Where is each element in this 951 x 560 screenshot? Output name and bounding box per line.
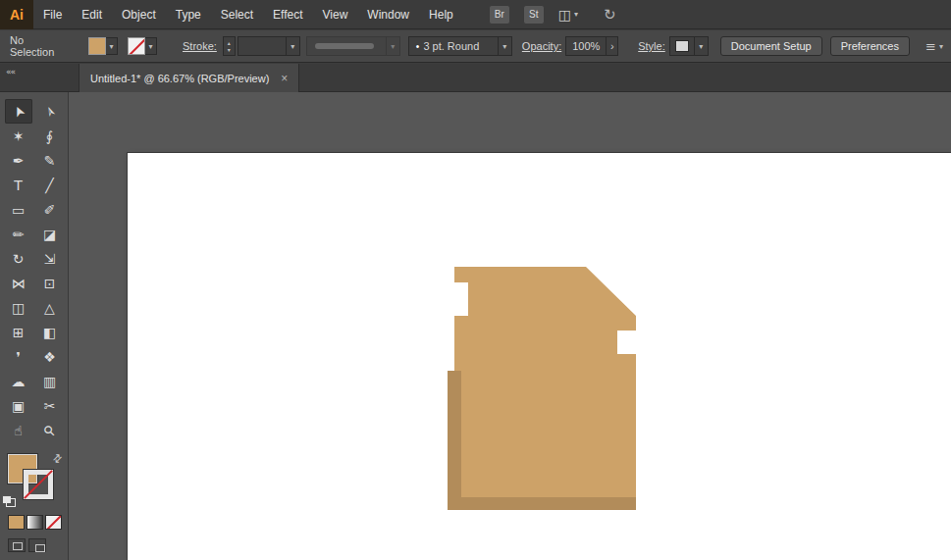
opacity-combo[interactable]: 100% › [565,36,618,56]
control-bar-menu[interactable]: ≡ ▾ [925,39,943,54]
width-profile-dropdown: ▾ [386,37,399,55]
stepper-up-icon[interactable]: ▴ [228,39,231,46]
gradient-button[interactable] [26,515,43,530]
eraser-tool[interactable]: ◪ [36,222,64,246]
scale-tool[interactable]: ⇲ [36,246,64,271]
menu-select[interactable]: Select [211,0,263,28]
stroke-label[interactable]: Stroke: [183,40,217,52]
document-setup-button[interactable]: Document Setup [720,36,822,56]
draw-behind-button[interactable] [28,538,46,552]
main-menu: File Edit Object Type Select Effect View… [33,0,463,28]
free-transform-tool[interactable]: ⊡ [36,271,64,295]
artboard[interactable] [128,153,951,560]
paintbrush-tool[interactable]: ✐ [36,197,64,222]
none-button[interactable] [45,515,62,530]
type-tool[interactable]: T [5,173,32,197]
draw-normal-button[interactable] [8,538,26,552]
menu-help[interactable]: Help [419,0,463,28]
column-graph-tool-icon: ▥ [43,375,56,388]
paintbrush-tool-icon: ✐ [44,203,56,217]
perspective-grid-tool[interactable]: △ [36,295,64,320]
rectangle-tool[interactable]: ▭ [5,197,32,222]
zoom-tool[interactable]: ⚲ [36,418,64,442]
curvature-tool-icon: ✎ [44,154,56,168]
pencil-tool[interactable]: ✏ [5,222,32,246]
stroke-weight-dropdown[interactable]: ▾ [286,37,299,55]
menu-object[interactable]: Object [112,0,166,28]
curvature-tool[interactable]: ✎ [36,148,64,173]
brush-name: 3 pt. Round [419,40,483,52]
artboard-tool[interactable]: ▣ [5,393,32,418]
lasso-tool[interactable]: ∮ [36,124,64,148]
menu-effect[interactable]: Effect [263,0,312,28]
opacity-dropdown[interactable]: › [606,37,617,55]
blend-tool[interactable]: ❖ [36,344,64,369]
zoom-tool-icon: ⚲ [41,422,58,438]
sync-settings-icon[interactable]: ↻ [604,6,616,24]
symbol-sprayer-tool[interactable]: ☁ [5,369,32,393]
swap-fill-stroke-button[interactable]: ⇄ [50,451,66,467]
color-button[interactable] [8,515,25,530]
line-segment-tool[interactable]: ╱ [36,173,64,197]
pen-tool[interactable]: ✒ [5,148,32,173]
graphic-style-combo[interactable]: ▾ [669,36,709,56]
options-menu-icon: ≡ [925,39,936,54]
perspective-grid-tool-icon: △ [44,301,55,315]
bridge-button[interactable]: Br [489,5,510,25]
fill-color-control[interactable]: ▾ [88,37,118,55]
fill-dropdown-button[interactable]: ▾ [106,37,118,55]
collapse-panel-button[interactable]: «« [6,67,15,76]
workspace-switcher[interactable]: ◫ ▾ [558,7,578,23]
eyedropper-tool[interactable]: ❜ [5,344,32,369]
chevron-down-icon: ▾ [574,10,578,19]
chevron-right-icon: › [610,40,614,52]
slice-tool[interactable]: ✂ [36,393,64,418]
menu-window[interactable]: Window [357,0,419,28]
brush-dropdown[interactable]: ▾ [498,37,511,55]
fill-stroke-proxy: ⇄ [0,450,68,507]
rotate-tool[interactable]: ↻ [5,246,32,271]
menu-edit[interactable]: Edit [72,0,112,28]
direct-selection-tool[interactable]: ➢ [36,99,64,124]
direct-selection-tool-icon: ➢ [41,103,59,120]
preferences-button[interactable]: Preferences [830,36,910,56]
menu-file[interactable]: File [33,0,72,28]
menu-view[interactable]: View [313,0,358,28]
menu-type[interactable]: Type [166,0,211,28]
stock-button[interactable]: St [523,5,545,25]
style-dropdown[interactable]: ▾ [694,37,708,55]
hand-tool-icon: ☝ [14,424,23,437]
stroke-weight-stepper[interactable]: ▴ ▾ [223,36,236,56]
stroke-color-control[interactable]: ▾ [128,37,157,55]
sd-card-artwork[interactable] [128,153,951,560]
shape-builder-tool[interactable]: ◫ [5,295,32,320]
lasso-tool-icon: ∮ [46,129,53,143]
mesh-tool[interactable]: ⊞ [5,320,32,344]
app-logo: Ai [0,0,33,29]
stroke-dropdown-button[interactable]: ▾ [145,37,157,55]
stepper-down-icon[interactable]: ▾ [228,46,231,53]
fill-swatch[interactable] [88,37,106,55]
stroke-weight-combo[interactable]: ▾ [238,36,300,56]
chevron-down-icon: ▾ [291,42,294,51]
menu-bar: Ai File Edit Object Type Select Effect V… [0,0,951,29]
magic-wand-tool[interactable]: ✶ [5,124,32,148]
brush-definition-combo[interactable]: • 3 pt. Round ▾ [408,36,512,56]
selection-status: No Selection [10,34,71,58]
default-fill-stroke-button[interactable] [2,495,16,507]
pasteboard[interactable] [69,92,951,560]
column-graph-tool[interactable]: ▥ [36,369,64,393]
selection-tool[interactable]: ➤ [5,99,32,124]
document-tab[interactable]: Untitled-1* @ 66.67% (RGB/Preview) × [79,64,299,92]
stroke-swatch-none[interactable] [128,37,145,55]
opacity-label[interactable]: Opacity: [522,40,561,52]
style-label[interactable]: Style: [638,40,665,52]
chevron-down-icon: ▾ [391,42,395,51]
tab-close-icon[interactable]: × [281,72,288,85]
rotate-tool-icon: ↻ [13,252,25,266]
width-tool[interactable]: ⋈ [5,271,32,295]
gradient-tool[interactable]: ◧ [36,320,64,344]
hand-tool[interactable]: ☝ [5,418,32,442]
stroke-proxy-swatch[interactable] [24,470,53,499]
sd-card-body-shape[interactable] [454,267,636,497]
